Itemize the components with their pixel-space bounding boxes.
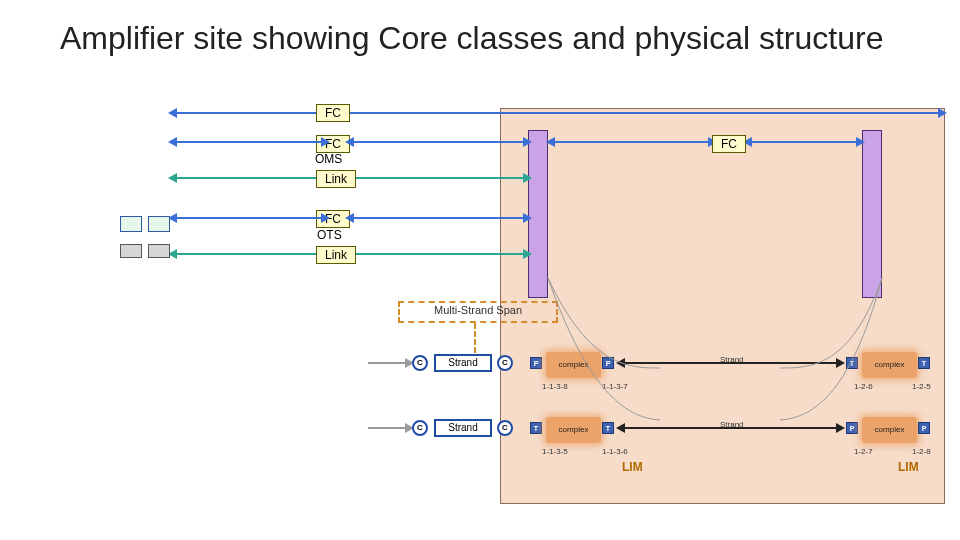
pt-r2-4: P bbox=[918, 422, 930, 434]
id-e: 1-1-3-5 bbox=[542, 447, 568, 456]
label-fc-top: FC bbox=[316, 104, 350, 122]
pt-r2-2: T bbox=[602, 422, 614, 434]
pt-r1-1: P bbox=[530, 357, 542, 369]
equipment-icon-2 bbox=[148, 216, 170, 232]
pt-r1-3: T bbox=[846, 357, 858, 369]
label-fc-internal: FC bbox=[712, 135, 746, 153]
pt-r2-1: T bbox=[530, 422, 542, 434]
label-ots: OTS bbox=[317, 228, 342, 242]
id-f: 1-1-3-6 bbox=[602, 447, 628, 456]
c-circle-r1-b: C bbox=[497, 355, 513, 371]
equipment-icon-3 bbox=[120, 244, 142, 258]
pt-r1-4: T bbox=[918, 357, 930, 369]
c-circle-r2-b: C bbox=[497, 420, 513, 436]
mss-connector bbox=[474, 323, 476, 353]
multi-strand-span-box: Multi-Strand Span bbox=[398, 301, 558, 323]
complex-r2-left: complex bbox=[546, 417, 601, 443]
complex-r1-left: complex bbox=[546, 352, 601, 378]
c-circle-r2-a: C bbox=[412, 420, 428, 436]
complex-r1-right: complex bbox=[862, 352, 917, 378]
diagram-stage: FC FC OMS Link FC OTS Link FC Multi-Stra… bbox=[0, 0, 960, 540]
lim-left: LIM bbox=[622, 460, 643, 474]
equipment-icon-1 bbox=[120, 216, 142, 232]
equipment-icon-4 bbox=[148, 244, 170, 258]
id-g: 1-2-7 bbox=[854, 447, 873, 456]
label-link-2: Link bbox=[316, 246, 356, 264]
id-d: 1-2-5 bbox=[912, 382, 931, 391]
strand-box-r2: Strand bbox=[434, 419, 492, 437]
pt-r2-3: P bbox=[846, 422, 858, 434]
strand-box-r1: Strand bbox=[434, 354, 492, 372]
c-circle-r1-a: C bbox=[412, 355, 428, 371]
id-c: 1-2-6 bbox=[854, 382, 873, 391]
id-b: 1-1-3-7 bbox=[602, 382, 628, 391]
lim-right: LIM bbox=[898, 460, 919, 474]
label-link-1: Link bbox=[316, 170, 356, 188]
id-a: 1-1-3-8 bbox=[542, 382, 568, 391]
id-h: 1-2-8 bbox=[912, 447, 931, 456]
complex-r2-right: complex bbox=[862, 417, 917, 443]
pt-r1-2: P bbox=[602, 357, 614, 369]
label-strand-inner-r1: Strand bbox=[720, 355, 744, 364]
label-oms: OMS bbox=[315, 152, 342, 166]
label-strand-inner-r2: Strand bbox=[720, 420, 744, 429]
amp-right bbox=[862, 130, 882, 298]
